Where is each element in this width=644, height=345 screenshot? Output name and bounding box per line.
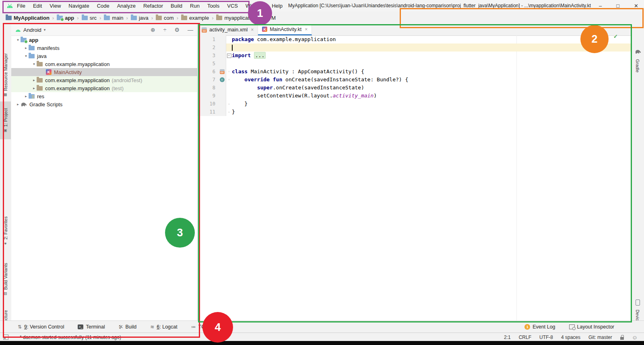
tool-strip-resource-manager[interactable]: ▦Resource Manager: [0, 49, 11, 101]
breadcrumb-app[interactable]: app: [57, 15, 74, 21]
chevron-collapsed-icon[interactable]: ▸: [23, 94, 29, 98]
fold-arrow-icon[interactable]: ▿: [228, 68, 230, 76]
code-editor[interactable]: 1 package com.example.myapplication 2 3 …: [198, 35, 631, 116]
chevron-expanded-icon[interactable]: ▾: [15, 38, 21, 42]
encoding-indicator[interactable]: UTF-8: [539, 335, 553, 340]
package-folder-icon: [216, 16, 222, 20]
menu-view[interactable]: View: [50, 3, 61, 9]
menu-navigate[interactable]: Navigate: [68, 3, 89, 9]
version-control-icon: ⇅: [18, 324, 22, 330]
tool-strip-gradle[interactable]: Gradle: [631, 56, 644, 76]
inspection-highlighting-icon[interactable]: ☺: [632, 334, 638, 341]
breadcrumb-myapplication-pkg[interactable]: myapplication: [216, 15, 256, 21]
breadcrumb-example[interactable]: example: [181, 15, 209, 21]
tree-row-app[interactable]: ▾ app: [11, 36, 197, 44]
toolbar-layout-inspector[interactable]: Layout Inspector: [569, 324, 614, 330]
menu-vcs[interactable]: VCS: [227, 3, 238, 9]
toolbar-version-control[interactable]: ⇅9: Version Control: [18, 324, 64, 330]
tree-row-res[interactable]: ▸ res: [11, 92, 197, 100]
tool-strip-build-variants[interactable]: ▤Build Variants: [0, 258, 11, 300]
collapse-all-icon[interactable]: ÷: [163, 27, 167, 33]
code-line[interactable]: 11 ▵ }: [198, 108, 631, 116]
code-line[interactable]: 3 − import ...: [198, 52, 631, 60]
hide-panel-icon[interactable]: —: [188, 27, 193, 33]
text-caret: [232, 45, 233, 51]
toolbar-todo[interactable]: ≔TODO: [191, 324, 213, 330]
readonly-lock-icon[interactable]: [620, 337, 624, 340]
tool-strip-favorites[interactable]: ★2: Favorites: [0, 212, 11, 250]
breadcrumb-main[interactable]: main: [104, 15, 123, 21]
layout-inspector-icon: [569, 324, 575, 329]
tree-row-package-androidtest[interactable]: ▸ com.example.myapplication (androidTest…: [11, 76, 197, 84]
breadcrumb-com[interactable]: com: [156, 15, 174, 21]
caret-position[interactable]: 2:1: [504, 335, 511, 340]
toolbar-build[interactable]: ⚒Build: [119, 324, 137, 330]
locate-file-icon[interactable]: ⊕: [151, 27, 155, 33]
fold-end-icon[interactable]: ▵: [228, 100, 230, 108]
maximize-button[interactable]: □: [616, 3, 619, 9]
chevron-collapsed-icon[interactable]: ▸: [31, 78, 37, 82]
minimize-button[interactable]: –: [599, 3, 602, 9]
tool-window-switcher-icon[interactable]: [3, 335, 8, 340]
code-line[interactable]: 1 package com.example.myapplication: [198, 35, 631, 43]
fold-expand-icon[interactable]: −: [227, 54, 231, 58]
folded-imports[interactable]: ...: [254, 52, 266, 59]
menu-run[interactable]: Run: [190, 3, 200, 9]
code-line[interactable]: 5: [198, 60, 631, 68]
status-message[interactable]: * daemon started successfully (11 minute…: [20, 335, 121, 340]
menu-file[interactable]: File: [17, 3, 25, 9]
overrides-method-gutter-icon[interactable]: ↑: [220, 77, 225, 82]
line-ending-indicator[interactable]: CRLF: [519, 335, 531, 340]
chevron-expanded-icon[interactable]: ▾: [31, 62, 37, 66]
close-tab-icon[interactable]: ×: [251, 27, 254, 33]
chevron-collapsed-icon[interactable]: ▸: [23, 46, 29, 50]
tab-activity-main-xml[interactable]: <> activity_main.xml ×: [198, 24, 258, 35]
breadcrumb-myapplication[interactable]: MyApplication: [6, 15, 50, 21]
chevron-collapsed-icon[interactable]: ▸: [31, 86, 37, 90]
menu-code[interactable]: Code: [97, 3, 109, 9]
settings-gear-icon[interactable]: ⚙: [174, 27, 180, 33]
close-button[interactable]: ✕: [634, 3, 638, 9]
tree-row-mainactivity[interactable]: K MainActivity: [11, 68, 197, 76]
chevron-collapsed-icon[interactable]: ▸: [15, 102, 21, 106]
menu-window[interactable]: Window: [246, 3, 264, 9]
tree-row-java[interactable]: ▾ java: [11, 52, 197, 60]
tree-row-manifests[interactable]: ▸ manifests: [11, 44, 197, 52]
menu-tools[interactable]: Tools: [207, 3, 219, 9]
title-bar: File Edit View Navigate Code Analyze Ref…: [0, 0, 644, 11]
git-branch-indicator[interactable]: Git: master: [588, 335, 612, 340]
chevron-expanded-icon[interactable]: ▾: [23, 54, 29, 58]
code-line[interactable]: 8 super.onCreate(savedInstanceState): [198, 84, 631, 92]
tool-strip-project[interactable]: ▣1: Project: [0, 101, 11, 139]
tab-mainactivity-kt[interactable]: K MainActivity.kt ×: [258, 24, 312, 35]
fold-arrow-icon[interactable]: ▿: [228, 76, 230, 84]
related-layout-file-gutter-icon[interactable]: <>: [220, 69, 225, 74]
toolbar-terminal[interactable]: >_Terminal: [78, 324, 105, 330]
gradle-elephant-icon: [635, 49, 641, 54]
code-line[interactable]: 6 <> ▿ class MainActivity : AppCompatAct…: [198, 68, 631, 76]
project-view-selector[interactable]: Android: [23, 27, 41, 33]
folder-icon: [29, 46, 35, 50]
breadcrumb-src[interactable]: src: [82, 15, 97, 21]
code-line[interactable]: 7 ↑ ▿ override fun onCreate(savedInstanc…: [198, 76, 631, 84]
toolbar-event-log[interactable]: 1Event Log: [524, 324, 555, 330]
tree-row-gradle-scripts[interactable]: ▸ Gradle Scripts: [11, 100, 197, 108]
indent-indicator[interactable]: 4 spaces: [561, 335, 580, 340]
code-line[interactable]: 9 setContentView(R.layout.activity_main): [198, 92, 631, 100]
toolbar-logcat[interactable]: ≋6: Logcat: [150, 324, 178, 330]
close-tab-icon[interactable]: ×: [305, 27, 308, 32]
menu-help[interactable]: Help: [272, 3, 283, 9]
code-line-current[interactable]: 2: [198, 43, 631, 52]
breadcrumb-mainactivity[interactable]: KM: [264, 15, 276, 21]
tree-row-package[interactable]: ▾ com.example.myapplication: [11, 60, 197, 68]
fold-end-icon[interactable]: ▵: [228, 108, 230, 116]
breadcrumb-java[interactable]: java: [131, 15, 149, 21]
project-icon: ▣: [4, 129, 8, 133]
menu-edit[interactable]: Edit: [33, 3, 42, 9]
code-line[interactable]: 10 ▵ }: [198, 100, 631, 108]
menu-refactor[interactable]: Refactor: [143, 3, 163, 9]
menu-build[interactable]: Build: [171, 3, 182, 9]
app-module-folder-icon: [57, 16, 63, 20]
tree-row-package-test[interactable]: ▸ com.example.myapplication (test): [11, 84, 197, 92]
menu-analyze[interactable]: Analyze: [117, 3, 136, 9]
